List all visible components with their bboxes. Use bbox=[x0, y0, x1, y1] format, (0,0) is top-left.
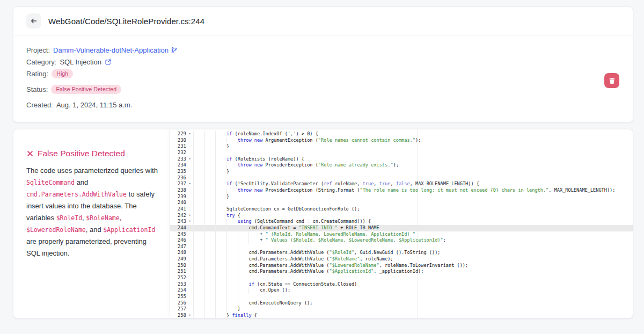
code-line: 233▾if (RoleExists (roleName)) { bbox=[170, 156, 633, 163]
code-line-content: cmd.ExecuteNonQuery (); bbox=[193, 300, 312, 306]
delete-button[interactable] bbox=[604, 73, 619, 88]
analysis-panel: False Positive Detected The code uses pa… bbox=[13, 129, 170, 318]
code-line: 250cmd.Parameters.AddWithValue ("$Lowere… bbox=[170, 263, 633, 269]
code-line-content bbox=[193, 200, 226, 205]
meta-row-project: Project: Damm-Vulnerable-dotNet-Applicat… bbox=[26, 45, 620, 56]
project-label: Project: bbox=[26, 46, 50, 54]
rating-badge: High bbox=[52, 69, 73, 78]
fold-toggle-icon[interactable]: ▾ bbox=[186, 156, 193, 163]
fold-toggle-icon[interactable]: ▾ bbox=[186, 219, 193, 225]
line-number: 235 bbox=[170, 169, 186, 175]
meta-row-category: Category: SQL Injection bbox=[26, 56, 620, 68]
code-line-content: cmd.Parameters.AddWithValue ("$LoweredRo… bbox=[193, 263, 468, 268]
description-text: and bbox=[75, 178, 88, 186]
code-line: 253if (cn.State == ConnectionState.Close… bbox=[170, 281, 633, 288]
finding-header-card: WebGoat/Code/SQLiteRoleProvider.cs:244 P… bbox=[13, 6, 633, 122]
line-number: 237 bbox=[170, 181, 186, 187]
inline-code: cmd.Parameters.AddWithValue bbox=[26, 191, 127, 198]
code-line: 251cmd.Parameters.AddWithValue ("$Applic… bbox=[170, 268, 633, 275]
code-line: 234throw new ProviderException ("Role na… bbox=[170, 162, 633, 169]
code-lines: 229▾if (roleName.IndexOf (',') > 0) {230… bbox=[170, 131, 633, 318]
line-number: 248 bbox=[170, 250, 186, 256]
code-line-content: throw new ProviderException ("Role name … bbox=[193, 162, 399, 168]
code-line-content bbox=[193, 244, 248, 249]
project-link-text: Damm-Vulnerable-dotNet-Application bbox=[53, 46, 169, 54]
code-line-content: + " Values ($RoleId, $RoleName, $Lowered… bbox=[193, 237, 446, 243]
code-line: 248cmd.Parameters.AddWithValue ("$RoleId… bbox=[170, 250, 633, 256]
created-value: Aug. 1, 2024, 11:15 a.m. bbox=[56, 101, 132, 109]
rating-label: Rating: bbox=[26, 70, 48, 78]
line-number: 251 bbox=[170, 268, 186, 275]
meta-row-status: Status: False Positive Detected bbox=[26, 84, 620, 95]
back-button[interactable] bbox=[26, 13, 41, 28]
line-number: 246 bbox=[170, 237, 186, 244]
code-line-content: cmd.Parameters.AddWithValue ("$RoleName"… bbox=[193, 256, 393, 262]
code-line-content: SqliteConnection cn = GetDbConnectionFor… bbox=[193, 206, 360, 212]
analysis-heading: False Positive Detected bbox=[26, 149, 162, 158]
description-text: , and bbox=[86, 226, 104, 234]
line-number: 257 bbox=[170, 306, 186, 313]
line-number: 247 bbox=[170, 244, 186, 250]
code-line: 245+ " (RoleId, RoleName, LoweredRoleNam… bbox=[170, 231, 633, 238]
code-line: 229▾if (roleName.IndexOf (',') > 0) { bbox=[170, 131, 633, 137]
description-text: The code uses parameterized queries with bbox=[26, 166, 158, 175]
code-line-content: if (cn.State == ConnectionState.Closed) bbox=[193, 281, 357, 287]
code-line-content: } bbox=[193, 169, 229, 174]
code-line: 255 bbox=[170, 294, 633, 300]
line-number: 249 bbox=[170, 256, 186, 263]
code-line: 240 bbox=[170, 200, 633, 206]
fold-toggle-icon[interactable]: ▾ bbox=[186, 313, 193, 318]
meta-row-rating: Rating: High bbox=[26, 68, 620, 79]
code-line-content: } bbox=[193, 306, 240, 311]
fold-toggle-icon[interactable]: ▾ bbox=[186, 213, 193, 219]
code-line: 246+ " Values ($RoleId, $RoleName, $Lowe… bbox=[170, 237, 633, 244]
code-line-content bbox=[193, 294, 248, 299]
line-number: 238 bbox=[170, 187, 186, 194]
code-line: 249cmd.Parameters.AddWithValue ("$RoleNa… bbox=[170, 256, 633, 263]
line-number: 230 bbox=[170, 137, 186, 144]
code-viewer[interactable]: 229▾if (roleName.IndexOf (',') > 0) {230… bbox=[170, 129, 633, 318]
code-line: 256cmd.ExecuteNonQuery (); bbox=[170, 300, 633, 307]
project-link[interactable]: Damm-Vulnerable-dotNet-Application bbox=[53, 46, 178, 54]
code-line: 242▾try { bbox=[170, 213, 633, 219]
line-number: 233 bbox=[170, 156, 186, 163]
highlighted-code-line: 244cmd.CommandText = "INSERT INTO " + RO… bbox=[170, 225, 633, 231]
line-number: 258 bbox=[170, 313, 186, 318]
line-number: 229 bbox=[170, 131, 186, 137]
line-number: 250 bbox=[170, 263, 186, 269]
line-number: 254 bbox=[170, 287, 186, 294]
fold-toggle-icon[interactable]: ▾ bbox=[186, 131, 193, 137]
code-line: 243▾using (SqliteCommand cmd = cn.Create… bbox=[170, 219, 633, 225]
status-label: Status: bbox=[26, 85, 48, 93]
code-line: 236 bbox=[170, 175, 633, 181]
code-line-content: + " (RoleId, RoleName, LoweredRoleName, … bbox=[193, 231, 415, 237]
code-line-content: if (RoleExists (roleName)) { bbox=[193, 156, 304, 162]
created-label: Created: bbox=[26, 101, 53, 109]
git-branch-icon bbox=[171, 47, 178, 54]
inline-code: $RoleName bbox=[86, 214, 119, 222]
code-line-content: throw new ProviderException (String.Form… bbox=[193, 187, 615, 193]
code-line-content: try { bbox=[193, 213, 240, 218]
fold-toggle-icon[interactable]: ▾ bbox=[186, 181, 193, 187]
code-line-content: } bbox=[193, 194, 229, 199]
line-number: 245 bbox=[170, 231, 186, 238]
code-line-content: if (!SecUtility.ValidateParameter (ref r… bbox=[193, 181, 479, 186]
line-number: 252 bbox=[170, 275, 186, 281]
line-number: 240 bbox=[170, 200, 186, 206]
analysis-heading-text: False Positive Detected bbox=[38, 149, 125, 158]
code-line: 252 bbox=[170, 275, 633, 281]
line-number: 242 bbox=[170, 213, 186, 219]
line-number: 256 bbox=[170, 300, 186, 307]
line-number: 236 bbox=[170, 175, 186, 181]
description-text: , bbox=[120, 214, 122, 222]
line-number: 232 bbox=[170, 150, 186, 156]
code-line: 232 bbox=[170, 150, 633, 156]
inline-code: SqliteCommand bbox=[26, 179, 75, 186]
line-number: 243 bbox=[170, 219, 186, 225]
code-line: 257} bbox=[170, 306, 633, 313]
code-line-content: using (SqliteCommand cmd = cn.CreateComm… bbox=[193, 219, 371, 224]
finding-meta: Project: Damm-Vulnerable-dotNet-Applicat… bbox=[13, 35, 633, 111]
code-line-content bbox=[193, 175, 226, 180]
external-link-icon[interactable] bbox=[105, 59, 112, 66]
code-line-content: cmd.CommandText = "INSERT INTO " + ROLE_… bbox=[193, 225, 379, 230]
